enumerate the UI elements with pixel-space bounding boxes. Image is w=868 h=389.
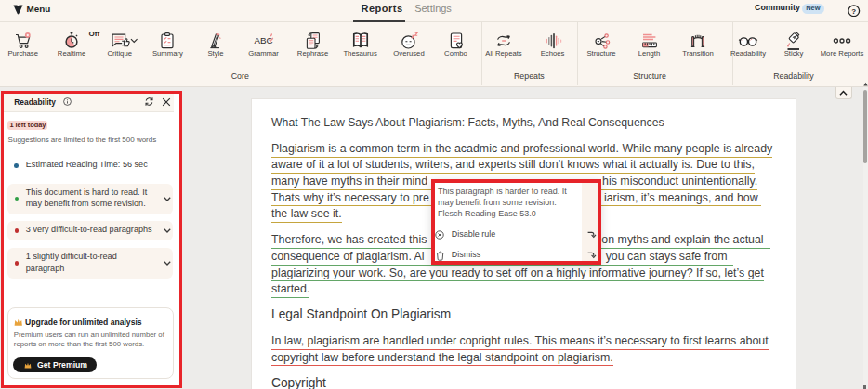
svg-text:?: ? [851,6,856,15]
